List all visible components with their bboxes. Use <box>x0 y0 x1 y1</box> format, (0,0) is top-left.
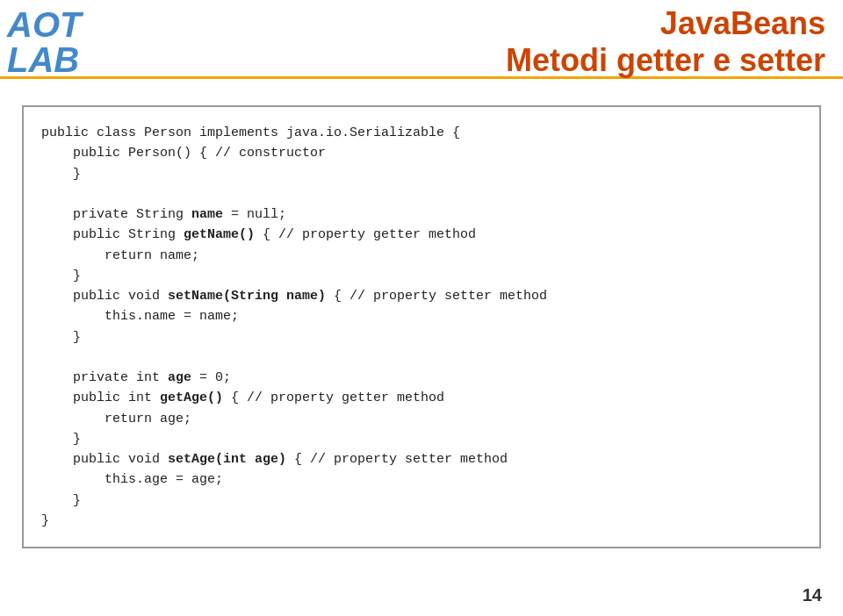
page-number: 14 <box>803 585 822 605</box>
main-content: public class Person implements java.io.S… <box>0 79 843 566</box>
slide-title: JavaBeans Metodi getter e setter <box>506 5 825 79</box>
logo-line2: LAB <box>7 42 81 77</box>
code-content: public class Person implements java.io.S… <box>41 123 802 531</box>
title-line2: Metodi getter e setter <box>506 42 825 79</box>
code-box: public class Person implements java.io.S… <box>22 105 821 548</box>
header: AOT LAB JavaBeans Metodi getter e setter <box>0 0 843 79</box>
title-line1: JavaBeans <box>506 5 825 42</box>
logo-line1: AOT <box>7 7 81 42</box>
logo: AOT LAB <box>7 7 81 77</box>
